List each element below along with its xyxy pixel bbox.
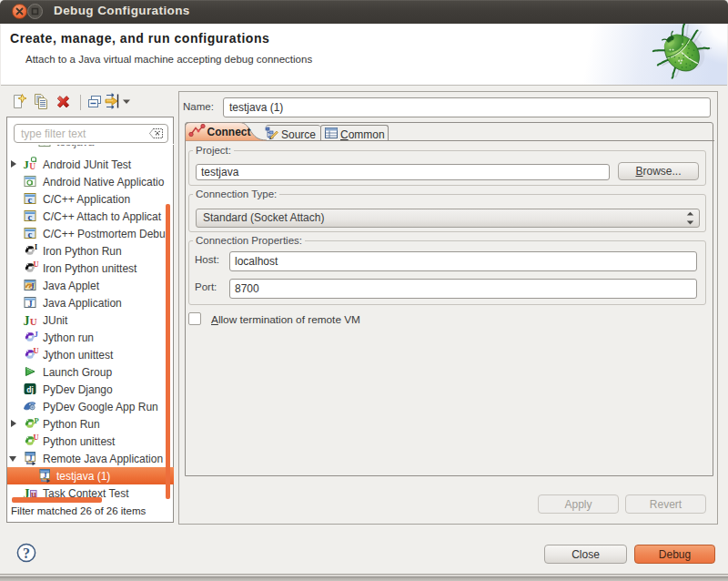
- svg-text:U: U: [34, 260, 39, 268]
- svg-text:J: J: [35, 330, 39, 338]
- svg-text:U: U: [34, 433, 39, 441]
- svg-text:P: P: [35, 416, 39, 424]
- svg-text:?: ?: [23, 545, 30, 561]
- svg-text:U: U: [34, 346, 39, 354]
- svg-text:Connect: Connect: [207, 126, 251, 138]
- svg-text:I: I: [35, 243, 37, 250]
